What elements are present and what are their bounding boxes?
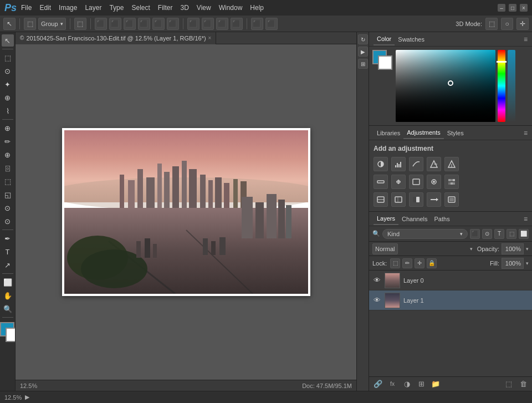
lock-position-icon[interactable]: ✛: [415, 258, 424, 268]
posterize-adj[interactable]: [391, 192, 406, 207]
healing-tool[interactable]: ⊕: [2, 122, 14, 134]
quick-select-tool[interactable]: ✦: [2, 78, 14, 90]
filter-type-icon[interactable]: T: [494, 229, 504, 239]
pen-tool[interactable]: ✒: [2, 232, 14, 244]
crop-tool[interactable]: ⊕: [2, 91, 14, 104]
color-gradient-picker[interactable]: [396, 50, 495, 122]
arrange-icon1[interactable]: ⬛: [251, 18, 263, 30]
type-tool[interactable]: T: [2, 246, 14, 258]
background-color-swatch[interactable]: [378, 55, 392, 70]
eyedropper-tool[interactable]: ⌇: [2, 105, 14, 117]
minimize-button[interactable]: –: [498, 4, 505, 12]
layer-visibility-icon[interactable]: 👁: [372, 276, 381, 285]
adjustments-tab[interactable]: Adjustments: [403, 127, 444, 139]
lock-transparent-icon[interactable]: ⬚: [390, 258, 400, 268]
canvas-tab[interactable]: © 20150425-San Francisco-130-Edit.tif @ …: [16, 32, 216, 44]
path-select[interactable]: ↗: [2, 259, 14, 271]
close-button[interactable]: ×: [520, 4, 528, 12]
invert-adj[interactable]: [374, 192, 388, 207]
menu-layer[interactable]: Layer: [85, 4, 101, 12]
dodge-tool[interactable]: ⊙: [2, 215, 14, 227]
align-icon6[interactable]: ⬛: [167, 18, 179, 30]
hsl-adj[interactable]: [374, 175, 388, 189]
gradient-tool[interactable]: ◱: [2, 188, 14, 201]
layer-item-active[interactable]: 👁 Layer 1: [369, 290, 532, 310]
color-tab[interactable]: Color: [374, 33, 395, 45]
move-tool[interactable]: ↖: [2, 34, 14, 47]
eraser-tool[interactable]: ⬚: [2, 175, 14, 187]
alpha-slider[interactable]: [508, 50, 515, 122]
menu-file[interactable]: File: [21, 4, 32, 12]
align-icon5[interactable]: ⬛: [152, 18, 165, 30]
lasso-tool[interactable]: ⊙: [2, 65, 14, 77]
opacity-dropdown-arrow[interactable]: ▾: [526, 246, 529, 252]
menu-image[interactable]: Image: [59, 4, 77, 12]
photo-filter-adj[interactable]: [427, 175, 441, 189]
auto-select-dropdown[interactable]: Group: [38, 18, 66, 30]
menu-view[interactable]: View: [197, 4, 211, 12]
auto-select-icon[interactable]: ⬚: [24, 18, 36, 30]
color-panel-menu[interactable]: ≡: [524, 35, 528, 43]
align-icon1[interactable]: ⬛: [95, 18, 107, 30]
curves-adj[interactable]: [409, 157, 423, 171]
dist-icon3[interactable]: ⬛: [216, 18, 228, 30]
rotate-view-icon[interactable]: ↻: [358, 34, 368, 44]
libraries-tab[interactable]: Libraries: [374, 127, 403, 139]
paths-tab[interactable]: Paths: [431, 213, 453, 225]
link-layers-button[interactable]: 🔗: [372, 379, 383, 390]
adj-panel-menu[interactable]: ≡: [524, 129, 528, 137]
vibrance-adj[interactable]: [444, 157, 459, 171]
filter-pixel-icon[interactable]: ⬛: [470, 229, 480, 239]
3d-icon3[interactable]: ✛: [516, 18, 529, 30]
move-tool-options[interactable]: ↖: [3, 18, 16, 30]
channels-tab[interactable]: Channels: [398, 213, 431, 225]
blend-mode-select[interactable]: Normal: [372, 243, 398, 254]
swatches-tab[interactable]: Swatches: [395, 34, 428, 45]
marquee-tool[interactable]: ⬚: [2, 52, 14, 64]
filter-adj-icon[interactable]: ⊙: [482, 229, 492, 239]
filter-smartobj-icon[interactable]: ⬜: [519, 229, 529, 239]
transform-icon[interactable]: ⬚: [74, 18, 86, 30]
menu-filter[interactable]: Filter: [158, 4, 173, 12]
3d-icon2[interactable]: ○: [501, 18, 513, 30]
tab-close-button[interactable]: ×: [208, 35, 212, 41]
align-icon4[interactable]: ⬛: [138, 18, 150, 30]
hand-tool[interactable]: ✋: [2, 289, 14, 302]
lock-all-icon[interactable]: 🔒: [427, 258, 437, 268]
brush-tool[interactable]: ✏: [2, 135, 14, 147]
dist-icon4[interactable]: ⬛: [231, 18, 243, 30]
background-color[interactable]: [6, 328, 16, 342]
fill-dropdown-arrow[interactable]: ▾: [526, 261, 529, 266]
opacity-input[interactable]: 100%: [502, 243, 524, 254]
menu-window[interactable]: Window: [219, 4, 243, 12]
shape-tool[interactable]: ⬜: [2, 276, 14, 288]
layer-item[interactable]: 👁 Layer 0: [369, 271, 532, 290]
new-layer-button[interactable]: ⬚: [503, 379, 514, 390]
threshold-adj[interactable]: [409, 192, 423, 207]
bw-adj[interactable]: [409, 175, 423, 189]
levels-adj[interactable]: [391, 157, 406, 171]
exposure-adj[interactable]: [427, 157, 441, 171]
new-adjustment-button[interactable]: ⊞: [416, 379, 427, 390]
lock-pixels-icon[interactable]: ✏: [402, 258, 412, 268]
play-icon[interactable]: ▶: [358, 47, 368, 57]
color-balance-adj[interactable]: [391, 175, 406, 189]
grid-icon[interactable]: ⊞: [358, 59, 368, 69]
layer-visibility-icon[interactable]: 👁: [372, 296, 381, 305]
brightness-contrast-adj[interactable]: [374, 157, 388, 171]
layer-filter-dropdown[interactable]: Kind ▾: [382, 229, 468, 239]
menu-type[interactable]: Type: [109, 4, 124, 12]
align-icon2[interactable]: ⬛: [109, 18, 121, 30]
fill-input[interactable]: 100%: [502, 258, 524, 269]
menu-3d[interactable]: 3D: [181, 4, 189, 12]
dist-icon2[interactable]: ⬛: [202, 18, 214, 30]
selective-color-adj[interactable]: [444, 192, 459, 207]
menu-select[interactable]: Select: [131, 4, 150, 12]
zoom-tool[interactable]: 🔍: [2, 303, 14, 315]
blur-tool[interactable]: ⊙: [2, 202, 14, 214]
styles-tab[interactable]: Styles: [444, 127, 467, 139]
clone-tool[interactable]: ⊕: [2, 149, 14, 161]
canvas-content[interactable]: [16, 44, 356, 380]
delete-layer-button[interactable]: 🗑: [518, 379, 529, 390]
gradient-map-adj[interactable]: [427, 192, 441, 207]
